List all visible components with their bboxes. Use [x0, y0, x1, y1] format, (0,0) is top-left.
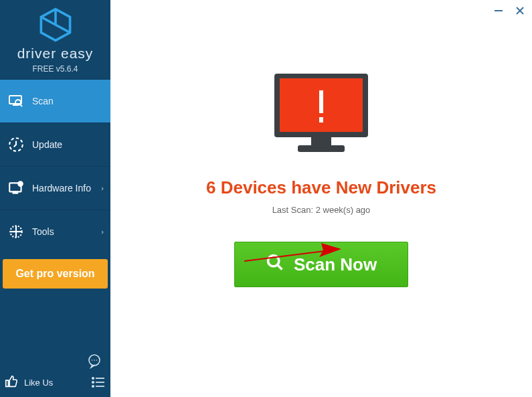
- app-window: driver easy FREE v5.6.4 Scan U: [0, 0, 532, 397]
- svg-line-33: [277, 264, 282, 269]
- svg-rect-28: [311, 137, 331, 145]
- sidebar-bottom: Like Us: [0, 347, 110, 397]
- chevron-right-icon: ›: [101, 228, 104, 236]
- nav-label: Tools: [32, 226, 101, 237]
- nav-label: Hardware Info: [32, 183, 101, 193]
- svg-point-15: [94, 360, 95, 361]
- nav-label: Scan: [32, 96, 104, 106]
- scan-now-button[interactable]: Scan Now: [234, 242, 408, 287]
- nav-scan[interactable]: Scan: [0, 79, 110, 123]
- tools-icon: [7, 222, 25, 241]
- nav-label: Update: [32, 139, 104, 150]
- menu-icon[interactable]: [90, 374, 106, 390]
- hardware-info-icon: i: [7, 179, 25, 197]
- last-scan-text: Last Scan: 2 week(s) ago: [272, 205, 371, 215]
- nav-update[interactable]: Update: [0, 123, 110, 166]
- minimize-button[interactable]: [492, 4, 505, 17]
- svg-rect-7: [13, 191, 18, 193]
- svg-point-21: [92, 386, 94, 387]
- brand-version: FREE v5.6.4: [0, 64, 110, 74]
- logo-area: driver easy FREE v5.6.4: [0, 0, 110, 79]
- like-us-button[interactable]: Like Us: [4, 373, 106, 392]
- svg-rect-30: [319, 90, 323, 113]
- svg-point-32: [268, 255, 278, 266]
- scan-now-label: Scan Now: [294, 254, 377, 275]
- nav-hardware-info[interactable]: i Hardware Info ›: [0, 166, 110, 210]
- svg-text:i: i: [20, 182, 21, 187]
- nav-tools[interactable]: Tools ›: [0, 210, 110, 253]
- monitor-alert-icon: [268, 70, 375, 157]
- main-panel: 6 Devices have New Drivers Last Scan: 2 …: [110, 0, 532, 397]
- svg-point-19: [92, 382, 94, 383]
- thumb-up-icon: [4, 374, 20, 390]
- get-pro-button[interactable]: Get pro version: [3, 259, 108, 289]
- svg-point-17: [92, 378, 94, 379]
- chevron-right-icon: ›: [101, 184, 104, 192]
- svg-rect-31: [319, 117, 323, 123]
- logo-icon: [37, 7, 74, 43]
- content: 6 Devices have New Drivers Last Scan: 2 …: [110, 0, 532, 287]
- update-icon: [7, 135, 25, 154]
- svg-point-14: [92, 360, 93, 361]
- brand-name: driver easy: [0, 46, 110, 62]
- close-button[interactable]: [513, 4, 527, 17]
- scan-icon: [7, 92, 25, 110]
- search-icon: [266, 253, 284, 276]
- svg-line-4: [20, 104, 22, 106]
- svg-point-16: [96, 360, 98, 361]
- status-text: 6 Devices have New Drivers: [206, 177, 436, 198]
- sidebar-spacer: [0, 295, 110, 347]
- chat-icon[interactable]: [86, 353, 102, 369]
- window-controls: [492, 4, 527, 17]
- svg-rect-29: [298, 145, 345, 152]
- like-us-label: Like Us: [24, 378, 90, 388]
- sidebar: driver easy FREE v5.6.4 Scan U: [0, 0, 110, 397]
